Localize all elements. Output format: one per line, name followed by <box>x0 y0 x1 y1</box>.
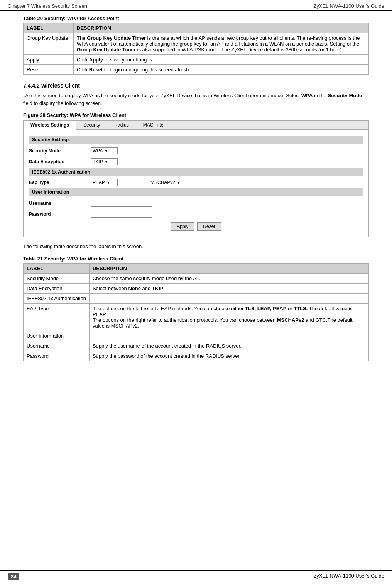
data-encryption-row: Data Encryption TKIP ▼ <box>29 157 363 166</box>
panel-body: Security Settings Security Mode WPA ▼ Da… <box>24 130 368 237</box>
table21-row1-label: Data Encryption <box>24 283 90 293</box>
table-row: User Information <box>24 331 369 341</box>
panel-tabs: Wireless Settings Security Radius MAC Fi… <box>24 121 368 130</box>
chevron-down-icon: ▼ <box>105 160 108 164</box>
device-panel: Wireless Settings Security Radius MAC Fi… <box>23 120 369 237</box>
eap-type-label: Eap Type <box>29 180 91 185</box>
security-mode-label: Security Mode <box>29 148 91 154</box>
password-input[interactable] <box>91 211 152 218</box>
username-control <box>91 200 152 207</box>
data-encryption-select[interactable]: TKIP ▼ <box>91 158 118 165</box>
table21-col-label: LABEL <box>24 263 90 273</box>
eap-left-select[interactable]: PEAP ▼ <box>91 179 118 186</box>
table21-row1-desc: Select between None and TKIP. <box>89 283 368 293</box>
user-info-title: User Information <box>29 188 363 196</box>
figure38-title: Figure 38 Security: WPA for Wireless Cli… <box>23 112 369 118</box>
header-left: Chapter 7 Wireless Security Screen <box>8 3 87 9</box>
table20-row0-label: Group Key Update <box>24 33 74 55</box>
page-content: Table 20 Security: WPA for Access Point … <box>0 15 392 384</box>
reset-button[interactable]: Reset <box>197 222 221 231</box>
table21-intro: The following table describes the labels… <box>23 243 369 250</box>
table-row: Group Key Update The Group Key Update Ti… <box>24 33 369 55</box>
table-row: IEEE802.1x Authentication <box>24 293 369 303</box>
table21-row4-desc <box>89 331 368 341</box>
table20-row1-desc: Click Apply to save your changes. <box>74 55 369 65</box>
table21-row5-desc: Supply the username of the account creat… <box>89 341 368 351</box>
table21-row6-desc: Supply the password of the account creat… <box>89 351 368 361</box>
table20-col-label: LABEL <box>24 23 74 33</box>
security-mode-control: WPA ▼ <box>91 147 118 154</box>
table20-title: Table 20 Security: WPA for Access Point <box>23 15 369 21</box>
table21-title: Table 21 Security: WPA for Wireless Clie… <box>23 256 369 262</box>
username-input[interactable] <box>91 200 152 207</box>
page-header: Chapter 7 Wireless Security Screen ZyXEL… <box>0 0 392 11</box>
table21-row4-label: User Information <box>24 331 90 341</box>
ieee8021x-title: IEEE802.1x Authentication <box>29 168 363 176</box>
chevron-down-icon: ▼ <box>104 149 108 153</box>
page-number: 84 <box>8 573 19 580</box>
table21-row3-desc: The options on the left refer to EAP met… <box>89 303 368 331</box>
security-mode-row: Security Mode WPA ▼ <box>29 147 363 155</box>
table-row: EAP Type The options on the left refer t… <box>24 303 369 331</box>
data-encryption-label: Data Encryption <box>29 159 91 164</box>
username-label: Username <box>29 201 91 206</box>
table20: LABEL DESCRIPTION Group Key Update The G… <box>23 23 369 75</box>
table-row: Data Encryption Select between None and … <box>24 283 369 293</box>
tab-wireless-settings[interactable]: Wireless Settings <box>24 121 76 130</box>
header-right: ZyXEL NWA-1100 User's Guide <box>313 3 384 9</box>
password-row: Password <box>29 210 363 218</box>
chevron-down-icon: ▼ <box>106 181 110 185</box>
tab-security[interactable]: Security <box>76 121 107 129</box>
table20-row2-label: Reset <box>24 65 74 75</box>
chevron-down-icon: ▼ <box>177 181 181 185</box>
table21: LABEL DESCRIPTION Security Mode Choose t… <box>23 263 369 361</box>
table21-row0-desc: Choose the same security mode used by th… <box>89 273 368 283</box>
table20-row1-label: Apply <box>24 55 74 65</box>
password-control <box>91 211 152 218</box>
page-footer: 84 ZyXEL NWA-1100 User's Guide <box>0 570 392 580</box>
password-label: Password <box>29 211 91 217</box>
button-row: Apply Reset <box>29 222 363 231</box>
tab-radius[interactable]: Radius <box>107 121 136 129</box>
table20-row0-desc: The Group Key Update Timer is the rate a… <box>74 33 369 55</box>
table21-row6-label: Password <box>24 351 90 361</box>
tab-mac-filter[interactable]: MAC Filter <box>136 121 172 129</box>
eap-right-select[interactable]: MSCHAPv2 ▼ <box>149 179 182 186</box>
table-row: Username Supply the username of the acco… <box>24 341 369 351</box>
table-row: Apply Click Apply to save your changes. <box>24 55 369 65</box>
section-742-heading: 7.4.4.2 Wireless Client <box>23 83 369 89</box>
table21-row3-label: EAP Type <box>24 303 90 331</box>
table21-row0-label: Security Mode <box>24 273 90 283</box>
footer-right-text: ZyXEL NWA-1100 User's Guide <box>313 573 384 580</box>
table20-col-desc: DESCRIPTION <box>74 23 369 33</box>
apply-button[interactable]: Apply <box>171 222 194 231</box>
table20-row2-desc: Click Reset to begin configuring this sc… <box>74 65 369 75</box>
table21-row5-label: Username <box>24 341 90 351</box>
table-row: Security Mode Choose the same security m… <box>24 273 369 283</box>
eap-type-row: Eap Type PEAP ▼ MSCHAPv2 ▼ <box>29 179 363 186</box>
data-encryption-control: TKIP ▼ <box>91 158 118 165</box>
security-mode-select[interactable]: WPA ▼ <box>91 147 118 154</box>
eap-type-controls: PEAP ▼ MSCHAPv2 ▼ <box>91 179 182 186</box>
table21-col-desc: DESCRIPTION <box>89 263 368 273</box>
table21-row2-desc <box>89 293 368 303</box>
table-row: Reset Click Reset to begin configuring t… <box>24 65 369 75</box>
table-row: Password Supply the password of the acco… <box>24 351 369 361</box>
section-742-body: Use this screen to employ WPA as the sec… <box>23 92 369 107</box>
security-settings-title: Security Settings <box>29 136 363 144</box>
table21-row2-label: IEEE802.1x Authentication <box>24 293 90 303</box>
username-row: Username <box>29 199 363 208</box>
